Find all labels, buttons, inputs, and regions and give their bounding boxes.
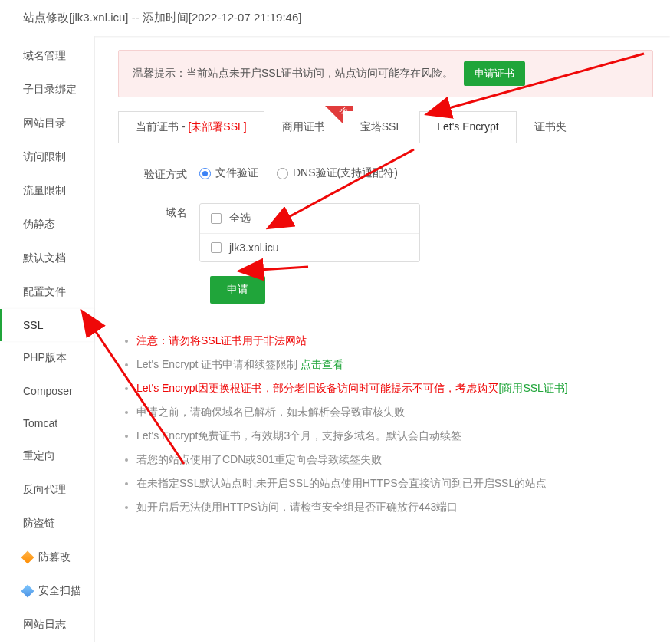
sidebar-item-proxy[interactable]: 反向代理: [0, 473, 94, 507]
diamond-blue-icon: [21, 585, 34, 598]
apply-cert-button[interactable]: 申请证书: [464, 61, 525, 86]
sidebar-item-scan[interactable]: 安全扫描: [0, 574, 94, 608]
tab-letsencrypt[interactable]: Let's Encrypt: [419, 111, 517, 143]
sidebar-item-subdir[interactable]: 子目录绑定: [0, 73, 94, 107]
notes-list: 注意：请勿将SSL证书用于非法网站 Let's Encrypt 证书申请和续签限…: [118, 333, 653, 515]
checkbox-icon[interactable]: [211, 242, 222, 253]
notice-text: 温馨提示：当前站点未开启SSL证书访问，站点访问可能存在风险。: [133, 67, 453, 80]
form-area: 验证方式 文件验证 DNS验证(支持通配符) 域名: [118, 143, 653, 311]
sidebar-item-domain[interactable]: 域名管理: [0, 39, 94, 73]
note-item: 若您的站点使用了CDN或301重定向会导致续签失败: [136, 452, 653, 468]
sidebar-item-access-limit[interactable]: 访问限制: [0, 140, 94, 174]
sidebar-item-rewrite[interactable]: 伪静态: [0, 208, 94, 242]
radio-dns-verify[interactable]: DNS验证(支持通配符): [277, 166, 398, 180]
commercial-cert-link[interactable]: [商用SSL证书]: [499, 382, 568, 394]
content-area: 温馨提示：当前站点未开启SSL证书访问，站点访问可能存在风险。 申请证书 当前证…: [95, 36, 670, 642]
sidebar-item-tomcat[interactable]: Tomcat: [0, 407, 94, 439]
sidebar-item-tamper[interactable]: 防篡改: [0, 540, 94, 574]
domain-box: 全选 jlk3.xnl.icu: [199, 203, 420, 262]
note-item: Let's Encrypt因更换根证书，部分老旧设备访问时可能提示不可信，考虑购…: [136, 380, 653, 396]
checkbox-icon[interactable]: [211, 213, 222, 224]
sidebar-item-default-doc[interactable]: 默认文档: [0, 242, 94, 275]
tab-btssl[interactable]: 宝塔SSL: [343, 111, 419, 143]
sidebar-item-composer[interactable]: Composer: [0, 375, 94, 407]
sidebar-item-ssl[interactable]: SSL: [0, 309, 94, 341]
domain-row[interactable]: jlk3.xnl.icu: [200, 233, 419, 261]
tab-commercial[interactable]: 商用证书 推荐: [264, 111, 343, 143]
domain-label: 域名: [133, 203, 199, 220]
tab-current-cert[interactable]: 当前证书 - [未部署SSL]: [118, 111, 264, 143]
sidebar-item-php[interactable]: PHP版本: [0, 341, 94, 375]
sidebar-item-redirect[interactable]: 重定向: [0, 439, 94, 473]
radio-file-verify[interactable]: 文件验证: [199, 166, 258, 180]
note-item: 注意：请勿将SSL证书用于非法网站: [136, 333, 653, 349]
modal-header: 站点修改[jlk3.xnl.icu] -- 添加时间[2022-12-07 21…: [0, 0, 670, 36]
radio-icon: [277, 168, 288, 179]
diamond-orange-icon: [21, 551, 34, 564]
sidebar-item-sitedir[interactable]: 网站目录: [0, 107, 94, 140]
sidebar-item-traffic[interactable]: 流量限制: [0, 174, 94, 208]
notice-bar: 温馨提示：当前站点未开启SSL证书访问，站点访问可能存在风险。 申请证书: [118, 50, 653, 97]
verify-label: 验证方式: [133, 165, 199, 182]
radio-icon: [199, 168, 211, 179]
note-item: Let's Encrypt 证书申请和续签限制 点击查看: [136, 356, 653, 373]
tab-bar: 当前证书 - [未部署SSL] 商用证书 推荐 宝塔SSL Let's Encr…: [118, 111, 653, 143]
sidebar: 域名管理 子目录绑定 网站目录 访问限制 流量限制 伪静态 默认文档 配置文件 …: [0, 36, 95, 642]
apply-button[interactable]: 申请: [210, 276, 265, 304]
limits-link[interactable]: 点击查看: [301, 358, 343, 370]
modal-title: 站点修改[jlk3.xnl.icu] -- 添加时间[2022-12-07 21…: [23, 11, 301, 24]
note-item: 如开启后无法使用HTTPS访问，请检查安全组是否正确放行443端口: [136, 499, 653, 515]
tab-cert-folder[interactable]: 证书夹: [517, 111, 584, 143]
note-item: 申请之前，请确保域名已解析，如未解析会导致审核失败: [136, 404, 653, 420]
note-item: 在未指定SSL默认站点时,未开启SSL的站点使用HTTPS会直接访问到已开启SS…: [136, 475, 653, 491]
note-item: Let's Encrypt免费证书，有效期3个月，支持多域名。默认会自动续签: [136, 428, 653, 444]
sidebar-item-antileech[interactable]: 防盗链: [0, 507, 94, 540]
sidebar-item-sitelog[interactable]: 网站日志: [0, 608, 94, 642]
sidebar-item-config[interactable]: 配置文件: [0, 275, 94, 309]
select-all-row[interactable]: 全选: [200, 204, 419, 233]
